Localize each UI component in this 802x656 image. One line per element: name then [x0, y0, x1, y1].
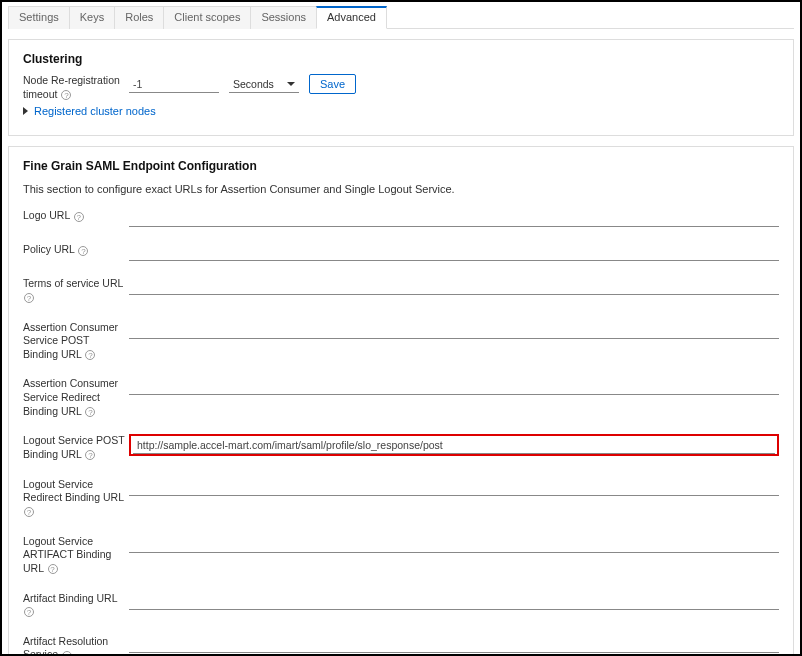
node-rereg-unit-select[interactable]: Seconds	[229, 75, 299, 93]
logout-artifact-input[interactable]	[129, 535, 779, 553]
help-icon[interactable]: ?	[78, 246, 88, 256]
policy-url-label: Policy URL ?	[23, 243, 129, 257]
help-icon[interactable]: ?	[48, 564, 58, 574]
acs-post-label: Assertion Consumer Service POST Binding …	[23, 321, 129, 362]
logout-redirect-input[interactable]	[129, 478, 779, 496]
tab-advanced[interactable]: Advanced	[316, 6, 387, 29]
clustering-card: Clustering Node Re-registration timeout …	[8, 39, 794, 136]
tos-url-input[interactable]	[129, 277, 779, 295]
acs-post-input[interactable]	[129, 321, 779, 339]
help-icon[interactable]: ?	[74, 212, 84, 222]
help-icon[interactable]: ?	[24, 507, 34, 517]
node-rereg-unit-value: Seconds	[233, 78, 274, 90]
artifact-resolution-input[interactable]	[129, 635, 779, 653]
logout-post-input[interactable]	[133, 436, 775, 454]
saml-description: This section to configure exact URLs for…	[23, 183, 779, 195]
help-icon[interactable]: ?	[85, 350, 95, 360]
tabs-bar: Settings Keys Roles Client scopes Sessio…	[8, 6, 794, 29]
logout-post-highlight	[129, 434, 779, 456]
help-icon[interactable]: ?	[85, 450, 95, 460]
help-icon[interactable]: ?	[85, 407, 95, 417]
logo-url-label: Logo URL ?	[23, 209, 129, 223]
logout-artifact-label: Logout Service ARTIFACT Binding URL ?	[23, 535, 129, 576]
help-icon[interactable]: ?	[24, 293, 34, 303]
node-rereg-input[interactable]	[129, 75, 219, 93]
saml-endpoint-card: Fine Grain SAML Endpoint Configuration T…	[8, 146, 794, 656]
help-icon[interactable]: ?	[61, 90, 71, 100]
policy-url-input[interactable]	[129, 243, 779, 261]
clustering-title: Clustering	[23, 52, 779, 66]
logo-url-input[interactable]	[129, 209, 779, 227]
registered-cluster-nodes-link[interactable]: Registered cluster nodes	[34, 105, 156, 117]
help-icon[interactable]: ?	[62, 651, 72, 656]
logout-redirect-label: Logout Service Redirect Binding URL ?	[23, 478, 129, 519]
artifact-binding-input[interactable]	[129, 592, 779, 610]
acs-redirect-label: Assertion Consumer Service Redirect Bind…	[23, 377, 129, 418]
clustering-save-button[interactable]: Save	[309, 74, 356, 94]
tab-client-scopes[interactable]: Client scopes	[163, 6, 251, 29]
saml-title: Fine Grain SAML Endpoint Configuration	[23, 159, 779, 173]
acs-redirect-input[interactable]	[129, 377, 779, 395]
tos-url-label: Terms of service URL ?	[23, 277, 129, 304]
chevron-right-icon[interactable]	[23, 107, 28, 115]
tab-settings[interactable]: Settings	[8, 6, 70, 29]
artifact-resolution-label: Artifact Resolution Service ?	[23, 635, 129, 656]
node-rereg-label: Node Re-registration timeout ?	[23, 74, 129, 101]
logout-post-label: Logout Service POST Binding URL ?	[23, 434, 129, 461]
tab-sessions[interactable]: Sessions	[250, 6, 317, 29]
tab-roles[interactable]: Roles	[114, 6, 164, 29]
help-icon[interactable]: ?	[24, 607, 34, 617]
tab-keys[interactable]: Keys	[69, 6, 115, 29]
artifact-binding-label: Artifact Binding URL ?	[23, 592, 129, 619]
chevron-down-icon	[287, 82, 295, 86]
